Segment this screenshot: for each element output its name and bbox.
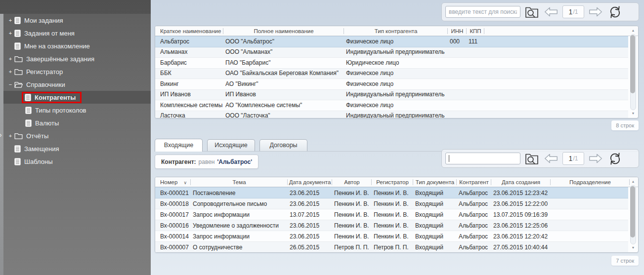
sidebar-tree-item[interactable]: Замещения: [3, 142, 151, 155]
column-header[interactable]: Тип контрагента: [344, 26, 448, 36]
contractors-row-count: 8 строк: [611, 120, 639, 130]
column-header[interactable]: Контрагент: [457, 177, 491, 187]
column-header-label: Тип документа: [416, 179, 454, 185]
table-cell: Вх-000017: [155, 209, 191, 220]
page-indicator[interactable]: 1/1: [562, 5, 584, 18]
table-cell: 23.06.2015: [288, 220, 332, 231]
sidebar-tree-item[interactable]: Типы протоколов: [3, 104, 151, 117]
table-cell: 000: [448, 37, 467, 47]
sidebar-tree-item[interactable]: + Завершённые задания: [3, 52, 151, 65]
scrollbar-thumb[interactable]: [630, 186, 635, 237]
table-cell: Барбарис: [155, 58, 223, 69]
table-row[interactable]: Вх-000014Запрос информации23.06.2015Пенк…: [155, 231, 628, 241]
table-row[interactable]: ББКОАО "Байкальская Береговая Компания"Ф…: [155, 68, 628, 79]
tree-label: Отчёты: [26, 132, 48, 140]
scroll-down-icon[interactable]: ▼: [629, 110, 637, 117]
table-row[interactable]: Комплексные системыАО "Комплексные систе…: [155, 100, 628, 111]
table-cell: Петров П. П.: [372, 242, 413, 253]
sidebar-tree-item[interactable]: + Мои задания: [3, 14, 151, 27]
column-header[interactable]: Дата документа: [288, 177, 332, 187]
sidebar-tree-item[interactable]: Валюты: [3, 117, 151, 129]
contractors-scrollbar[interactable]: ▲ ▼: [629, 27, 637, 117]
column-header[interactable]: Краткое наименование∧: [155, 26, 223, 36]
tab-Исходящие[interactable]: Исходящие: [207, 139, 255, 151]
tree-expander[interactable]: +: [7, 69, 13, 75]
column-header[interactable]: Номер∨: [155, 177, 191, 187]
next-page-button[interactable]: [588, 4, 603, 20]
table-cell: Альбатрос: [457, 242, 491, 253]
sidebar-tree-item[interactable]: + Задания от меня: [3, 27, 151, 39]
column-header[interactable]: Регистратор: [372, 177, 413, 187]
doc-icon: [14, 145, 21, 153]
table-row[interactable]: Вх-000007О сотрудничестве26.05.2015Петро…: [155, 241, 628, 252]
filter-chip[interactable]: Контрагент: равен 'Альбатрос': [155, 155, 258, 169]
page-indicator[interactable]: 1/1: [562, 152, 584, 165]
column-header[interactable]: Подразделение: [551, 177, 630, 187]
contractors-search-input[interactable]: [445, 6, 520, 18]
table-row[interactable]: АльманахООО "Альманах"Индивидуальный пре…: [155, 47, 628, 58]
table-row[interactable]: Вх-000017Запрос информации13.07.2015Пенк…: [155, 209, 628, 220]
documents-scrollbar[interactable]: ▲ ▼: [629, 178, 637, 251]
doc-icon: [25, 94, 31, 101]
refresh-icon: [608, 152, 622, 165]
table-row[interactable]: ВикингАО "Викинг"Физическое лицо: [155, 79, 628, 89]
refresh-button[interactable]: [607, 4, 623, 20]
next-page-button[interactable]: [588, 151, 603, 166]
table-row[interactable]: БарбарисПАО "Барбарис"Юридическое лицо: [155, 57, 628, 68]
scroll-up-icon[interactable]: ▲: [629, 27, 637, 34]
column-header[interactable]: Тип документа: [413, 177, 457, 187]
search-button[interactable]: [524, 151, 540, 166]
scroll-down-icon[interactable]: ▼: [629, 244, 637, 251]
column-header[interactable]: Автор: [332, 177, 372, 187]
sidebar-tree-item[interactable]: Контрагенты: [3, 91, 151, 104]
table-cell: Ласточка: [155, 111, 223, 118]
documents-search-input[interactable]: [445, 153, 520, 164]
column-header[interactable]: КПП: [467, 26, 484, 36]
scrollbar-thumb[interactable]: [630, 35, 635, 93]
header-filler: [484, 26, 628, 36]
table-cell: Физическое лицо: [344, 100, 448, 111]
tree-expander[interactable]: −: [7, 81, 13, 87]
sidebar-tree-item[interactable]: Шаблоны: [3, 155, 151, 168]
tree-expander[interactable]: +: [7, 56, 13, 62]
collapse-chevron-icon[interactable]: ›: [0, 131, 2, 138]
table-cell: Пенкин И. В.: [372, 209, 413, 220]
prev-page-button[interactable]: [543, 4, 559, 20]
table-cell: 23.06.2015: [288, 231, 332, 242]
tree-item-body: Типы протоколов: [24, 106, 90, 115]
sidebar-tree-item[interactable]: Мне на ознакомление: [3, 39, 151, 52]
tree-expander[interactable]: +: [7, 30, 13, 36]
sidebar-tree-item[interactable]: + Регистратор: [3, 65, 151, 78]
column-header-label: Краткое наименование: [160, 28, 221, 34]
table-cell: Пенкин И. В.: [372, 188, 413, 198]
prev-page-button[interactable]: [543, 151, 559, 166]
table-cell: 13.07.2015 09:16:39: [491, 209, 551, 220]
sidebar-tree-item[interactable]: + Отчёты: [3, 129, 151, 142]
refresh-button[interactable]: [607, 151, 623, 166]
table-row[interactable]: АльбатросООО "Альбатрос"Физическое лицо0…: [155, 36, 628, 47]
column-header[interactable]: Тема: [191, 177, 288, 187]
tree-item-body: Замещения: [13, 144, 63, 154]
tree-expander[interactable]: +: [7, 17, 13, 23]
column-header[interactable]: Полное наименование: [223, 26, 344, 36]
sidebar-collapse-strip[interactable]: ›: [0, 14, 3, 275]
tree-label: Замещения: [24, 145, 59, 153]
sidebar-tree-item[interactable]: − Справочники: [3, 78, 151, 91]
table-cell: Вх-000016: [155, 220, 191, 231]
tab-Договоры[interactable]: Договоры: [259, 139, 307, 151]
scroll-up-icon[interactable]: ▲: [629, 178, 637, 185]
tree-label: Контрагенты: [35, 94, 76, 101]
tab-Входящие[interactable]: Входящие: [155, 139, 203, 152]
table-row[interactable]: Вх-000016Уведомление о задолженности23.0…: [155, 220, 628, 231]
table-row[interactable]: ИП ИвановИП ИвановИндивидуальный предпри…: [155, 89, 628, 100]
table-row[interactable]: Вх-000018Сопроводительное письмо23.06.20…: [155, 198, 628, 209]
table-cell: Альманах: [155, 47, 223, 58]
column-header-label: Регистратор: [376, 179, 409, 185]
search-button[interactable]: [524, 4, 540, 20]
column-header[interactable]: ИНН: [448, 26, 467, 36]
table-row[interactable]: ЛасточкаООО "Ласточка"Индивидуальный пре…: [155, 111, 628, 119]
table-row[interactable]: Вх-000021Постановление23.06.2015Пенкин И…: [155, 187, 628, 198]
tree-expander[interactable]: +: [7, 133, 13, 139]
column-header[interactable]: Дата создания: [491, 177, 551, 187]
table-cell: ИП Иванов: [155, 89, 223, 100]
